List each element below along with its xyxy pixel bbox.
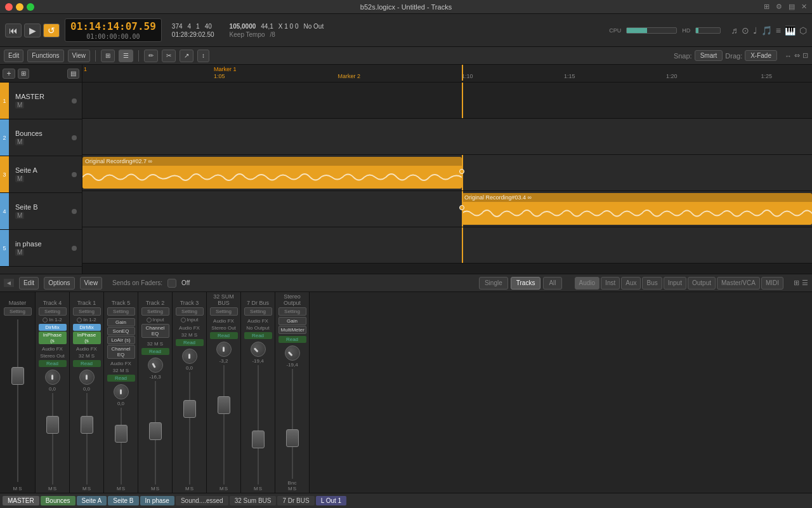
view-button[interactable]: View xyxy=(68,50,91,62)
mute-btn-track4[interactable]: M xyxy=(48,486,53,491)
channel-knob-track2[interactable] xyxy=(148,358,163,373)
channel-setting-7drbus[interactable]: Setting xyxy=(244,307,272,316)
tab-master[interactable]: MASTER xyxy=(3,496,39,505)
mixer-options-button[interactable]: Options xyxy=(44,277,74,290)
solo-btn-stereo[interactable]: S xyxy=(293,486,296,491)
inst-filter-button[interactable]: Inst xyxy=(601,277,620,290)
tracks-button[interactable]: Tracks xyxy=(511,277,541,290)
sidebar-toggle-icon[interactable]: ⊞ xyxy=(764,3,769,11)
meters-icon[interactable]: ▤ xyxy=(789,3,795,11)
master-fader[interactable] xyxy=(11,367,24,385)
minimize-icon[interactable] xyxy=(16,3,23,11)
zoom-in-icon[interactable]: ↔ xyxy=(785,52,792,60)
plugin-gain-track5[interactable]: Gain xyxy=(107,318,135,326)
tab-sound[interactable]: Sound....essed xyxy=(176,496,228,505)
add-folder-button[interactable]: ⊞ xyxy=(18,69,29,79)
cursor-tool[interactable]: ↕ xyxy=(197,50,209,62)
mute-btn-32sumbus[interactable]: M xyxy=(219,486,224,491)
plugin-soneq-track5[interactable]: SonEQ xyxy=(107,327,135,335)
click-icon[interactable]: ⊙ xyxy=(742,25,749,36)
mixer-back-button[interactable]: ◄ xyxy=(4,279,14,287)
channel-setting-track4[interactable]: Setting xyxy=(39,307,67,316)
cycle-button[interactable]: ↺ xyxy=(43,23,60,37)
audio-filter-button[interactable]: Audio xyxy=(575,277,600,290)
plugin-cheq-track2[interactable]: Channel EQ xyxy=(141,324,169,338)
piano-icon[interactable]: 🎹 xyxy=(785,25,796,36)
fit-icon[interactable]: ⊡ xyxy=(802,51,808,60)
drum-icon[interactable]: ⬡ xyxy=(799,25,807,36)
solo-btn-track4[interactable]: S xyxy=(53,486,56,491)
channel-read-32sumbus[interactable]: Read xyxy=(210,332,238,339)
tab-in-phase[interactable]: In phase xyxy=(140,496,174,505)
channel-fader-track4[interactable] xyxy=(46,416,59,434)
plugin-dirmix-track1[interactable]: DirMix xyxy=(73,324,101,331)
channel-read-7drbus[interactable]: Read xyxy=(244,332,272,339)
track-mute-master[interactable]: M xyxy=(15,102,24,109)
all-button[interactable]: All xyxy=(543,277,561,290)
channel-fader-32sumbus[interactable] xyxy=(218,396,230,414)
master-setting[interactable]: Setting xyxy=(4,307,32,316)
channel-read-track3[interactable]: Read xyxy=(176,339,204,346)
midi-icon[interactable]: ♬ xyxy=(731,25,738,36)
maximize-icon[interactable] xyxy=(27,3,34,11)
channel-fader-track2[interactable] xyxy=(149,422,162,440)
tab-lout[interactable]: L Out 1 xyxy=(316,496,346,505)
channel-read-track4[interactable]: Read xyxy=(39,360,67,367)
mute-btn-track1[interactable]: M xyxy=(82,486,87,491)
plugin-inphase-track4[interactable]: InPhase (s xyxy=(39,331,67,344)
plugin-gain-stereo[interactable]: Gain xyxy=(278,317,306,325)
plugin-inphase-track1[interactable]: InPhase (s xyxy=(73,331,101,344)
aux-filter-button[interactable]: Aux xyxy=(621,277,641,290)
tab-seite-a[interactable]: Seite A xyxy=(77,496,107,505)
goto-start-button[interactable]: ⏮ xyxy=(5,23,22,37)
arrow-tool[interactable]: ↗ xyxy=(180,50,193,62)
channel-knob-32sumbus[interactable] xyxy=(216,342,232,357)
mixer-view-button[interactable]: View xyxy=(80,277,103,290)
tab-bounces[interactable]: Bounces xyxy=(41,496,75,505)
channel-knob-stereo[interactable] xyxy=(285,345,300,361)
plugin-loair-track5[interactable]: LoAir (s) xyxy=(107,336,135,344)
plugin-cheq-track5[interactable]: Channel EQ xyxy=(107,345,135,359)
snap-dropdown[interactable]: Smart xyxy=(695,50,723,61)
add-track-button[interactable]: + xyxy=(3,69,15,79)
functions-button[interactable]: Functions xyxy=(27,50,63,62)
single-button[interactable]: Single xyxy=(479,277,508,290)
mute-btn-track3[interactable]: M xyxy=(185,486,190,491)
solo-btn-track3[interactable]: S xyxy=(190,486,193,491)
channel-knob-track5[interactable] xyxy=(114,384,129,399)
solo-btn-7drbus[interactable]: S xyxy=(259,486,262,491)
pencil-tool[interactable]: ✏ xyxy=(144,50,158,62)
sends-toggle[interactable] xyxy=(167,279,176,288)
channel-knob-track4[interactable] xyxy=(45,370,60,385)
zoom-out-icon[interactable]: ⇔ xyxy=(794,51,800,60)
mute-btn-stereo[interactable]: M xyxy=(288,486,292,491)
close-icon[interactable] xyxy=(5,3,13,11)
collapse-button[interactable]: ▤ xyxy=(67,69,79,79)
master-s-btn[interactable]: S xyxy=(18,486,22,491)
channel-setting-track3[interactable]: Setting xyxy=(176,307,204,316)
solo-btn-track2[interactable]: S xyxy=(156,486,159,491)
drag-dropdown[interactable]: X-Fade xyxy=(745,50,777,61)
channel-read-stereo[interactable]: Read xyxy=(278,336,306,343)
channel-fader-7drbus[interactable] xyxy=(252,431,265,448)
tab-seite-b[interactable]: Seite B xyxy=(108,496,138,505)
channel-setting-track2[interactable]: Setting xyxy=(141,307,169,316)
tab-32sum[interactable]: 32 Sum BUS xyxy=(230,496,277,505)
solo-btn-track5[interactable]: S xyxy=(122,486,125,491)
channel-knob-track3[interactable] xyxy=(182,349,197,364)
channel-setting-32sumbus[interactable]: Setting xyxy=(210,307,238,316)
track-mute-bounces[interactable]: M xyxy=(15,138,24,145)
solo-btn-track1[interactable]: S xyxy=(88,486,91,491)
channel-fader-track1[interactable] xyxy=(81,416,93,434)
mastervca-filter-button[interactable]: Master/VCA xyxy=(717,277,760,290)
track-mute-seite-a[interactable]: M xyxy=(15,175,24,182)
mixer-edit-button[interactable]: Edit xyxy=(19,277,39,290)
input-filter-button[interactable]: Input xyxy=(664,277,686,290)
channel-fader-track5[interactable] xyxy=(115,425,128,443)
channel-read-track2[interactable]: Read xyxy=(141,348,169,355)
tab-7dr[interactable]: 7 Dr BUS xyxy=(277,496,314,505)
solo-btn-32sumbus[interactable]: S xyxy=(225,486,228,491)
output-filter-button[interactable]: Output xyxy=(688,277,716,290)
channel-read-track5[interactable]: Read xyxy=(107,375,135,382)
plugin-dirmix-track4[interactable]: DirMix xyxy=(39,324,67,331)
